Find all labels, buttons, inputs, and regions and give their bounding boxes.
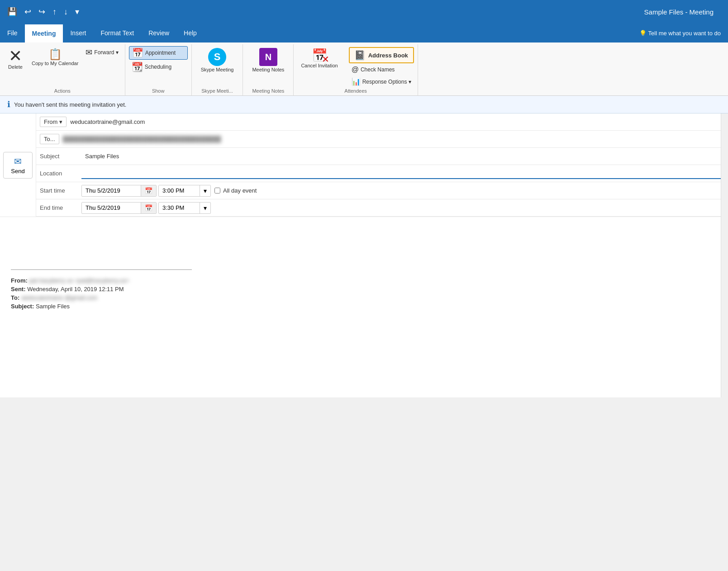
start-time-field: ▾: [158, 185, 211, 197]
from-label: From: [44, 118, 57, 125]
address-book-icon: 📓: [354, 50, 366, 61]
start-time-dropdown-button[interactable]: ▾: [200, 185, 210, 196]
body-to-line: To: weducatortraine @gmail.com: [11, 294, 710, 301]
title-bar: 💾 ↩ ↪ ↑ ↓ ▾ Sample Files - Meeting: [0, 0, 728, 24]
subject-value: Sample Files: [81, 153, 721, 160]
subject-label: Subject: [36, 153, 81, 160]
ribbon-cancel-attendees-content: 📅 ✕ Cancel Invitation 📓 Address Book @ C…: [297, 46, 414, 87]
show-buttons: 📅 Appointment 📆 Scheduling: [129, 46, 188, 73]
address-book-label: Address Book: [368, 52, 408, 59]
end-time-input[interactable]: [159, 203, 200, 213]
menu-insert[interactable]: Insert: [63, 24, 93, 42]
all-day-label: All day event: [223, 187, 257, 194]
menu-review[interactable]: Review: [141, 24, 176, 42]
forward-icon: ✉: [86, 47, 92, 57]
start-date-calendar-button[interactable]: 📅: [141, 185, 156, 196]
skype-meeting-button[interactable]: S Skype Meeting: [195, 46, 239, 74]
all-day-checkbox-input[interactable]: [214, 188, 220, 193]
scrollbar[interactable]: [721, 113, 728, 397]
to-button[interactable]: To...: [40, 134, 59, 144]
window-title: Sample Files - Meeting: [644, 8, 714, 16]
title-bar-icons: 💾 ↩ ↪ ↑ ↓ ▾: [5, 5, 81, 19]
scheduling-button[interactable]: 📆 Scheduling: [129, 61, 188, 73]
menu-meeting[interactable]: Meeting: [25, 24, 63, 42]
body-subject-value: Sample Files: [36, 303, 70, 310]
scheduling-icon: 📆: [132, 61, 143, 72]
body-sent-line: Sent: Wednesday, April 10, 2019 12:11 PM: [11, 286, 710, 293]
forward-label: Forward ▾: [94, 49, 118, 56]
ribbon-actions-content: ✕ Delete 📋 Copy to My Calendar ✉ Forward…: [4, 46, 121, 87]
location-label: Location: [36, 170, 81, 177]
body-area[interactable]: From: pat tracyberry us <pat@tracyberry.…: [0, 217, 721, 397]
location-input[interactable]: [81, 168, 721, 179]
ribbon-skype-content: S Skype Meeting: [195, 46, 239, 87]
cancel-icon: 📅 ✕: [312, 48, 328, 63]
cancel-invitation-button[interactable]: 📅 ✕ Cancel Invitation: [297, 46, 341, 70]
end-date-field: 📅: [81, 202, 157, 214]
down-icon[interactable]: ↓: [62, 5, 70, 19]
response-options-button[interactable]: 📊 Response Options ▾: [349, 76, 414, 87]
subject-bold-label: Subject:: [11, 303, 34, 310]
from-button[interactable]: From ▾: [40, 117, 67, 127]
menu-file[interactable]: File: [0, 24, 25, 42]
end-date-calendar-button[interactable]: 📅: [141, 203, 156, 213]
ribbon: ✕ Delete 📋 Copy to My Calendar ✉ Forward…: [0, 42, 728, 96]
meeting-notes-label: Meeting Notes: [252, 67, 284, 72]
menu-help[interactable]: Help: [176, 24, 204, 42]
copy-label: Copy to My Calendar: [32, 61, 78, 66]
meeting-notes-button[interactable]: N Meeting Notes: [247, 46, 290, 74]
quick-access-drop-icon[interactable]: ▾: [73, 5, 81, 19]
appointment-button[interactable]: 📅 Appointment: [129, 46, 188, 60]
start-time-input[interactable]: [159, 185, 200, 196]
save-icon[interactable]: 💾: [5, 5, 19, 19]
ribbon-group-actions: ✕ Delete 📋 Copy to My Calendar ✉ Forward…: [0, 44, 125, 95]
start-time-row: Start time 📅 ▾ All day event: [36, 182, 721, 199]
actions-group-label: Actions: [4, 87, 121, 95]
location-row: Location: [36, 165, 721, 182]
info-bar: ℹ You haven't sent this meeting invitati…: [0, 96, 728, 113]
up-icon[interactable]: ↑: [51, 5, 58, 19]
appointment-label: Appointment: [145, 50, 176, 56]
to-row: To... ██████████████████████████████████…: [36, 131, 721, 148]
meeting-notes-group-label: Meeting Notes: [247, 87, 290, 95]
sent-bold-label: Sent:: [11, 286, 26, 293]
ribbon-group-cancel-attendees: 📅 ✕ Cancel Invitation 📓 Address Book @ C…: [294, 44, 418, 95]
response-options-icon: 📊: [352, 77, 361, 86]
from-dropdown-icon: ▾: [59, 118, 62, 125]
all-day-checkbox[interactable]: All day event: [214, 187, 257, 194]
check-names-icon: @: [352, 66, 359, 74]
end-time-dropdown-button[interactable]: ▾: [200, 203, 210, 213]
subject-row: Subject Sample Files: [36, 148, 721, 165]
ribbon-notes-content: N Meeting Notes: [247, 46, 290, 87]
send-area: ✉ Send: [0, 113, 36, 217]
send-label: Send: [11, 168, 24, 175]
delete-label: Delete: [8, 64, 23, 70]
from-row: From ▾ weducatortraine@gmail.com: [36, 113, 721, 131]
redo-icon[interactable]: ↪: [37, 5, 47, 19]
skype-group-label: Skype Meeti...: [195, 87, 239, 95]
ribbon-show-content: 📅 Appointment 📆 Scheduling: [129, 46, 188, 87]
send-button[interactable]: ✉ Send: [3, 152, 32, 179]
address-book-button[interactable]: 📓 Address Book: [349, 47, 414, 63]
copy-to-calendar-button[interactable]: 📋 Copy to My Calendar: [29, 46, 81, 68]
menu-format-text[interactable]: Format Text: [93, 24, 141, 42]
tell-me-bar[interactable]: 💡 Tell me what you want to do: [639, 30, 721, 37]
main-wrapper: ✉ Send From ▾ weducatortraine@gmail.com: [0, 113, 728, 397]
forward-button[interactable]: ✉ Forward ▾: [83, 46, 121, 59]
check-names-button[interactable]: @ Check Names: [349, 64, 414, 75]
undo-icon[interactable]: ↩: [23, 5, 33, 19]
end-date-input[interactable]: [82, 203, 141, 213]
response-options-label: Response Options ▾: [362, 79, 411, 85]
check-names-label: Check Names: [361, 66, 395, 73]
appointment-icon: 📅: [132, 47, 143, 58]
cancel-label: Cancel Invitation: [301, 63, 338, 68]
body-subject-line: Subject: Sample Files: [11, 303, 710, 310]
ribbon-group-meeting-notes: N Meeting Notes Meeting Notes: [243, 44, 294, 95]
end-time-label: End time: [36, 204, 81, 211]
attendees-group-label: Attendees: [297, 87, 414, 95]
info-icon: ℹ: [7, 99, 10, 109]
delete-button[interactable]: ✕ Delete: [4, 46, 27, 71]
skype-label: Skype Meeting: [201, 67, 234, 72]
info-message: You haven't sent this meeting invitation…: [14, 101, 126, 108]
start-date-input[interactable]: [82, 185, 141, 196]
